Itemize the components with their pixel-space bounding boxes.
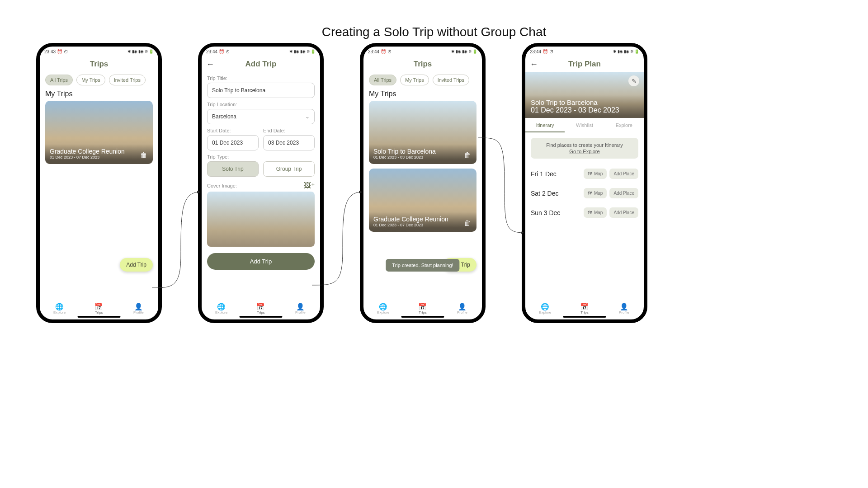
profile-icon: 👤: [296, 303, 305, 310]
trip-card-old[interactable]: Graduate College Reunion 01 Dec 2023 - 0…: [369, 169, 476, 232]
label-end-date: End Date:: [263, 128, 315, 133]
nav-trips[interactable]: 📅Trips: [79, 298, 118, 319]
globe-icon: 🌐: [217, 303, 226, 310]
page-title: Creating a Solo Trip without Group Chat: [0, 25, 868, 39]
tab-itinerary[interactable]: Itinerary: [525, 118, 565, 132]
trash-icon[interactable]: 🗑: [464, 151, 473, 160]
trash-icon[interactable]: 🗑: [464, 219, 473, 228]
calendar-icon: 📅: [418, 303, 427, 310]
add-place-button[interactable]: Add Place: [609, 207, 638, 218]
section-my-trips: My Trips: [45, 90, 153, 98]
map-button[interactable]: 🗺Map: [584, 188, 607, 198]
status-indicators: ✱ ▮◉ ▮◉ ⚞ 🔋: [451, 49, 477, 54]
app-header: Trips: [40, 56, 158, 72]
label-trip-type: Trip Type:: [207, 154, 315, 160]
back-icon[interactable]: ←: [530, 60, 538, 69]
trip-hero: ✎ Solo Trip to Barcelona 01 Dec 2023 - 0…: [525, 72, 644, 118]
nav-profile[interactable]: 👤Profile: [281, 298, 320, 319]
bottom-nav: 🌐Explore 📅Trips 👤Profile: [40, 298, 158, 319]
option-group-trip[interactable]: Group Trip: [263, 161, 315, 177]
calendar-icon: 📅: [256, 303, 265, 310]
section-my-trips: My Trips: [369, 90, 476, 98]
cover-image-preview[interactable]: [207, 192, 315, 247]
itinerary-banner: Find places to create your Itinerary Go …: [531, 138, 638, 159]
go-to-explore-link[interactable]: Go to Explore: [535, 149, 634, 154]
trip-title: Graduate College Reunion: [373, 216, 472, 223]
chip-invited-trips[interactable]: Invited Trips: [433, 75, 469, 85]
day-label: Sat 2 Dec: [531, 190, 558, 197]
nav-trips[interactable]: 📅Trips: [565, 298, 604, 319]
chip-my-trips[interactable]: My Trips: [76, 75, 105, 85]
trip-title: Graduate College Reunion: [50, 148, 148, 155]
screen-title: Trips: [90, 60, 108, 69]
option-solo-trip[interactable]: Solo Trip: [207, 161, 259, 177]
globe-icon: 🌐: [541, 303, 549, 310]
tab-wishlist[interactable]: Wishlist: [565, 118, 604, 132]
nav-profile[interactable]: 👤Profile: [443, 298, 482, 319]
input-end-date[interactable]: 03 Dec 2023: [263, 135, 315, 150]
trip-card-new[interactable]: Solo Trip to Barcelona 01 Dec 2023 - 03 …: [369, 101, 476, 164]
screen-title: Trip Plan: [568, 60, 601, 69]
nav-explore[interactable]: 🌐Explore: [525, 298, 565, 319]
status-bar: 23:44 ⏰ ⏱ ✱ ▮◉ ▮◉ ⚞ 🔋: [363, 47, 482, 56]
nav-profile[interactable]: 👤Profile: [119, 298, 158, 319]
trash-icon[interactable]: 🗑: [140, 151, 149, 160]
hero-title: Solo Trip to Barcelona: [531, 99, 638, 106]
tab-explore[interactable]: Explore: [604, 118, 644, 132]
add-trip-button[interactable]: Add Trip: [120, 258, 153, 272]
map-button[interactable]: 🗺Map: [584, 169, 607, 179]
profile-icon: 👤: [134, 303, 143, 310]
phone-screen-trips-after: 23:44 ⏰ ⏱ ✱ ▮◉ ▮◉ ⚞ 🔋 Trips All Trips My…: [360, 43, 486, 323]
label-cover-image: Cover Image:: [207, 183, 237, 188]
chip-my-trips[interactable]: My Trips: [400, 75, 429, 85]
trip-dates: 01 Dec 2023 - 03 Dec 2023: [373, 155, 472, 160]
status-indicators: ✱ ▮◉ ▮◉ ⚞ 🔋: [127, 49, 154, 54]
nav-explore[interactable]: 🌐Explore: [363, 298, 403, 319]
back-icon[interactable]: ←: [206, 60, 214, 69]
status-time: 23:44 ⏰ ⏱: [206, 49, 230, 54]
submit-add-trip-button[interactable]: Add Trip: [207, 253, 315, 270]
chip-all-trips[interactable]: All Trips: [45, 75, 73, 85]
add-place-button[interactable]: Add Place: [609, 169, 638, 179]
phone-screen-trip-plan: 23:44 ⏰ ⏱ ✱ ▮◉ ▮◉ ⚞ 🔋 ← Trip Plan ✎ Solo…: [522, 43, 647, 323]
edit-icon[interactable]: ✎: [628, 75, 639, 86]
bottom-nav: 🌐Explore 📅Trips 👤Profile: [363, 298, 482, 319]
trip-dates: 01 Dec 2023 - 07 Dec 2023: [50, 155, 148, 160]
nav-explore[interactable]: 🌐Explore: [40, 298, 79, 319]
calendar-icon: 📅: [580, 303, 589, 310]
hero-dates: 01 Dec 2023 - 03 Dec 2023: [531, 106, 638, 114]
day-label: Fri 1 Dec: [531, 170, 557, 178]
map-button[interactable]: 🗺Map: [584, 207, 607, 218]
input-trip-location[interactable]: Barcelona⌄: [207, 109, 315, 124]
globe-icon: 🌐: [55, 303, 64, 310]
chevron-down-icon: ⌄: [305, 113, 310, 120]
status-bar: 23:44 ⏰ ⏱ ✱ ▮◉ ▮◉ ⚞ 🔋: [525, 47, 644, 56]
chip-all-trips[interactable]: All Trips: [369, 75, 396, 85]
app-header: ← Trip Plan: [525, 56, 644, 72]
bottom-nav: 🌐Explore 📅Trips 👤Profile: [202, 298, 320, 319]
input-trip-title[interactable]: Solo Trip to Barcelona: [207, 83, 315, 98]
status-bar: 23:44 ⏰ ⏱ ✱ ▮◉ ▮◉ ⚞ 🔋: [202, 47, 320, 56]
map-icon: 🗺: [588, 210, 592, 215]
trip-card[interactable]: Graduate College Reunion 01 Dec 2023 - 0…: [45, 101, 153, 164]
nav-profile[interactable]: 👤Profile: [604, 298, 644, 319]
nav-trips[interactable]: 📅Trips: [403, 298, 442, 319]
status-time: 23:43 ⏰ ⏱: [44, 49, 68, 54]
trip-dates: 01 Dec 2023 - 07 Dec 2023: [373, 223, 472, 227]
day-row: Sun 3 Dec 🗺Map Add Place: [531, 203, 638, 222]
add-image-icon[interactable]: 🖼⁺: [304, 181, 315, 190]
app-header: Trips: [363, 56, 482, 72]
chip-invited-trips[interactable]: Invited Trips: [109, 75, 146, 85]
phone-screen-trips-initial: 23:43 ⏰ ⏱ ✱ ▮◉ ▮◉ ⚞ 🔋 Trips All Trips My…: [36, 43, 162, 323]
trip-title: Solo Trip to Barcelona: [373, 148, 472, 155]
nav-trips[interactable]: 📅Trips: [241, 298, 280, 319]
bottom-nav: 🌐Explore 📅Trips 👤Profile: [525, 298, 644, 319]
toast-message: Trip created. Start planning!: [386, 259, 459, 272]
profile-icon: 👤: [458, 303, 467, 310]
input-start-date[interactable]: 01 Dec 2023: [207, 135, 259, 150]
label-trip-location: Trip Location:: [207, 102, 315, 107]
day-label: Sun 3 Dec: [531, 209, 560, 216]
nav-explore[interactable]: 🌐Explore: [202, 298, 241, 319]
add-place-button[interactable]: Add Place: [609, 188, 638, 198]
status-time: 23:44 ⏰ ⏱: [368, 49, 392, 54]
